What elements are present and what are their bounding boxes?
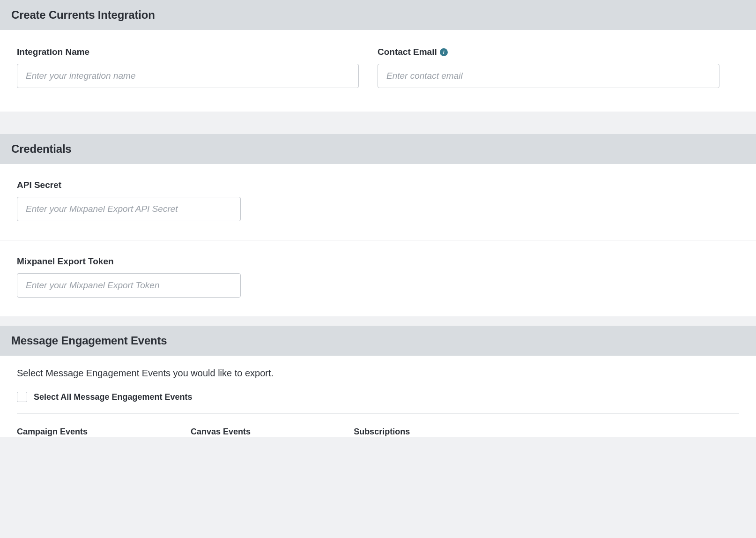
events-section-body: Select Message Engagement Events you wou… (0, 356, 756, 437)
api-secret-group: API Secret (17, 180, 739, 221)
export-token-group: Mixpanel Export Token (17, 256, 739, 298)
select-all-label: Select All Message Engagement Events (34, 392, 192, 402)
credentials-section-body: API Secret Mixpanel Export Token (0, 164, 756, 316)
events-instructions: Select Message Engagement Events you wou… (17, 368, 739, 379)
integration-name-group: Integration Name (17, 47, 359, 88)
api-secret-input[interactable] (17, 197, 241, 221)
section-heading-events: Message Engagement Events (0, 326, 756, 356)
integration-form-row: Integration Name Contact Email i (17, 47, 739, 88)
section-gap (0, 316, 756, 326)
contact-email-group: Contact Email i (378, 47, 719, 88)
section-heading-integration: Create Currents Integration (0, 0, 756, 30)
api-secret-block: API Secret (0, 164, 756, 240)
select-all-row: Select All Message Engagement Events (17, 392, 739, 414)
export-token-input[interactable] (17, 273, 241, 298)
contact-email-label-text: Contact Email (378, 47, 437, 57)
contact-email-label: Contact Email i (378, 47, 719, 57)
events-columns-row: Campaign Events Canvas Events Subscripti… (17, 414, 739, 437)
column-campaign-events: Campaign Events (17, 427, 88, 437)
integration-name-input[interactable] (17, 64, 359, 88)
contact-email-input[interactable] (378, 64, 719, 88)
export-token-label: Mixpanel Export Token (17, 256, 739, 267)
select-all-checkbox[interactable] (17, 392, 27, 402)
section-gap (0, 112, 756, 134)
column-canvas-events: Canvas Events (191, 427, 251, 437)
export-token-block: Mixpanel Export Token (0, 240, 756, 316)
section-heading-credentials: Credentials (0, 134, 756, 164)
integration-name-label: Integration Name (17, 47, 359, 57)
api-secret-label: API Secret (17, 180, 739, 190)
column-subscriptions: Subscriptions (354, 427, 410, 437)
info-icon[interactable]: i (440, 48, 448, 56)
integration-section-body: Integration Name Contact Email i (0, 30, 756, 112)
